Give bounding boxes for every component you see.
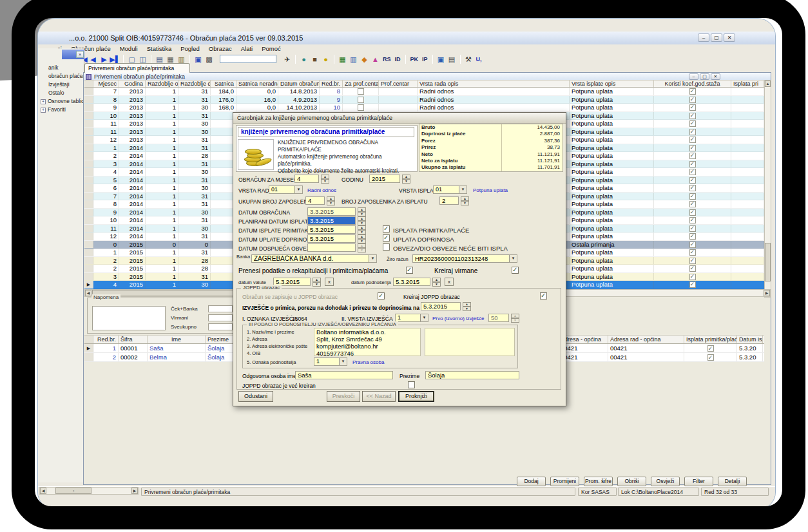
- column-header[interactable]: Razdoblje do: [178, 81, 211, 87]
- column-header[interactable]: Razdoblje od: [146, 81, 178, 87]
- table-icon[interactable]: ▥: [348, 54, 359, 64]
- close-button[interactable]: ✕: [724, 33, 735, 42]
- spreadsheet-icon[interactable]: ▦: [337, 54, 348, 64]
- scroll-right-icon[interactable]: ▶: [764, 290, 770, 296]
- web-icon[interactable]: ●: [298, 54, 309, 64]
- vault-icon[interactable]: ■: [309, 54, 320, 64]
- mjesec-field[interactable]: 4: [294, 175, 319, 183]
- odgovorna-prezime-field[interactable]: Šolaja: [425, 371, 519, 379]
- action-button-prom-ifre[interactable]: Prom. šifre: [584, 477, 613, 486]
- maximize-button[interactable]: ▢: [711, 33, 722, 42]
- dart-icon[interactable]: ✈: [282, 54, 293, 64]
- datum-isplate-field[interactable]: 5.3.2015: [307, 225, 356, 234]
- datum-uplate-stepper[interactable]: ▲▼: [358, 234, 366, 243]
- rs-button[interactable]: RS: [381, 56, 393, 62]
- vertical-scrollbar[interactable]: ▲ ▼: [764, 80, 771, 298]
- planirani-datum-field[interactable]: 3.3.2015: [307, 216, 356, 225]
- sidebar-horizontal-scrollbar[interactable]: ◀ ▪ ▶: [39, 487, 139, 495]
- sidebar-sc-thumb[interactable]: ▪: [55, 488, 91, 494]
- isplata-primitka-checkbox[interactable]: [383, 225, 390, 233]
- datum-valute-stepper[interactable]: ▲▼: [313, 278, 321, 287]
- column-header[interactable]: Mjesec: [93, 81, 119, 87]
- tab-privremeni-obracun[interactable]: Privremeni obračun plaće/primitaka: [84, 63, 190, 73]
- child-minimize-button[interactable]: –: [689, 73, 698, 80]
- pk-button[interactable]: PK: [409, 56, 421, 62]
- column-header[interactable]: Satnica: [211, 81, 236, 87]
- datum-isplate-stepper[interactable]: ▲▼: [358, 225, 366, 234]
- podnositelj-info-field-2[interactable]: [425, 328, 515, 356]
- id-button[interactable]: ID: [393, 56, 403, 62]
- expand-icon[interactable]: +: [41, 99, 46, 104]
- palette-icon[interactable]: ▲: [370, 54, 381, 64]
- datum-dospijeca-stepper[interactable]: ▲▼: [358, 243, 366, 252]
- datum-dospijeca-field[interactable]: [307, 243, 356, 252]
- izvjesce-datum-stepper[interactable]: ▲▼: [463, 302, 471, 311]
- menu-item-2[interactable]: Moduli: [120, 45, 138, 52]
- broj-za-isplatu-field[interactable]: 2: [439, 196, 459, 205]
- table-row[interactable]: 92013130168,00,014.10.201310Radni odnosP…: [84, 104, 764, 112]
- tools-icon[interactable]: ⚒: [463, 54, 474, 64]
- kreiraj-joppd-checkbox[interactable]: [540, 292, 547, 299]
- action-button-promijeni[interactable]: Promijeni: [550, 477, 579, 486]
- action-button-dodaj[interactable]: Dodaj: [517, 477, 546, 486]
- action-button-detalji[interactable]: Detalji: [718, 477, 747, 486]
- ukupan-broj-stepper[interactable]: ▲▼: [327, 196, 335, 205]
- datum-podnosenja-stepper[interactable]: ▲▼: [432, 278, 441, 287]
- action-button-filter[interactable]: Filter: [684, 477, 713, 486]
- menu-item-3[interactable]: Statistika: [147, 45, 172, 52]
- column-header[interactable]: Red.br.: [320, 81, 343, 87]
- column-header[interactable]: Koristi koef.god.staža: [654, 81, 731, 87]
- izvjesce-datum-field[interactable]: 5.3.2015: [421, 302, 461, 310]
- vrsta-izvjesca-combo[interactable]: 1▼: [395, 314, 428, 322]
- column-header[interactable]: Adresa rad - općina: [608, 336, 684, 343]
- obveza-checkbox[interactable]: [383, 243, 390, 251]
- table-row[interactable]: 82013131176,016,04.9.20139Radni odnosPot…: [84, 96, 764, 104]
- datum-valute-clear-icon[interactable]: x: [325, 278, 334, 286]
- oznaka-podnositelja-combo[interactable]: 1▼: [314, 357, 347, 366]
- table-row[interactable]: 72013131184,00,014.8.20138Radni odnosPot…: [84, 88, 764, 96]
- datum-podnosenja-clear-icon[interactable]: x: [445, 278, 454, 286]
- dialog-button-0[interactable]: Odustani: [238, 391, 273, 402]
- zapisuje-checkbox[interactable]: [378, 292, 385, 299]
- godina-field[interactable]: 2015: [369, 175, 400, 183]
- datum-obracuna-field[interactable]: 3.3.2015: [307, 207, 356, 216]
- child-close-button[interactable]: ✕: [711, 73, 720, 80]
- filter-input[interactable]: [220, 55, 276, 63]
- action-button-osvje-i[interactable]: Osvježi: [651, 477, 680, 486]
- mjesec-stepper[interactable]: ▲▼: [321, 175, 329, 184]
- menu-item-5[interactable]: Obrazac: [209, 45, 232, 52]
- column-header[interactable]: Vrsta isplate opis: [570, 81, 654, 87]
- scroll-up-icon[interactable]: ▲: [765, 81, 771, 87]
- expand-icon[interactable]: +: [41, 108, 46, 113]
- monitor-icon[interactable]: ▣: [436, 54, 447, 64]
- column-header[interactable]: Ime: [148, 336, 206, 343]
- exit-icon[interactable]: U,: [474, 56, 484, 62]
- scroll-right-icon[interactable]: ▶: [131, 488, 138, 494]
- menu-item-6[interactable]: Alati: [241, 45, 253, 52]
- coins-icon[interactable]: ●: [320, 54, 331, 64]
- ip-button[interactable]: IP: [420, 56, 430, 62]
- vertical-scroll-thumb[interactable]: [765, 243, 771, 281]
- column-header[interactable]: Red.br.: [93, 336, 119, 343]
- broj-za-isplatu-stepper[interactable]: ▲▼: [461, 196, 469, 205]
- save-icon[interactable]: ▣: [193, 54, 204, 64]
- dialog-button-2[interactable]: << Nazad: [362, 391, 396, 402]
- odgovorna-ime-field[interactable]: Saša: [295, 371, 393, 379]
- column-header[interactable]: Prof.centar: [379, 81, 418, 87]
- minimize-button[interactable]: –: [698, 33, 709, 42]
- prenesi-podatke-checkbox[interactable]: [406, 267, 413, 274]
- podnositelj-info-field[interactable]: Boltano informatika d.o.o. Split, Kroz S…: [314, 328, 421, 356]
- ziro-racun-combo[interactable]: HR2023600001102313248▼: [412, 254, 517, 263]
- vrsta-broj-stepper[interactable]: ▲▼: [511, 314, 519, 323]
- datum-podnosenja-field[interactable]: 5.3.2015: [393, 278, 430, 286]
- godina-stepper[interactable]: ▲▼: [402, 175, 410, 184]
- save-all-icon[interactable]: ▩: [204, 54, 215, 64]
- vrsta-broj-field[interactable]: 50: [488, 314, 509, 322]
- column-header[interactable]: Šifra: [119, 336, 148, 343]
- sidebar-close-icon[interactable]: ×: [76, 51, 84, 58]
- column-header[interactable]: Vrsta rada opis: [418, 81, 570, 87]
- dialog-button-1[interactable]: Preskoči: [327, 391, 360, 402]
- vrsta-rada-combo[interactable]: 01▼: [269, 185, 303, 194]
- column-header[interactable]: Isplata pri: [731, 81, 764, 87]
- napomena-textarea[interactable]: [92, 306, 166, 330]
